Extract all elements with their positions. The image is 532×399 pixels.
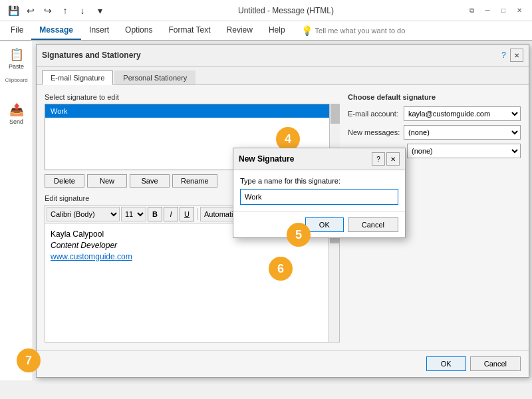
customize-btn[interactable]: ▾ <box>92 3 108 19</box>
clipboard-label: Clipboard <box>5 77 27 83</box>
sig-item-work[interactable]: Work <box>45 104 339 118</box>
tab-message[interactable]: Message <box>31 21 81 40</box>
tab-options[interactable]: Options <box>117 21 160 40</box>
tab-review[interactable]: Review <box>219 21 261 40</box>
send-label: Send <box>9 118 23 125</box>
subdialog-help-btn[interactable]: ? <box>372 152 385 166</box>
window-controls: ⧉ ─ □ ✕ <box>464 3 527 18</box>
callout-6: 6 <box>269 257 293 281</box>
rename-btn[interactable]: Rename <box>172 174 217 188</box>
redo-btn[interactable]: ↪ <box>40 3 56 19</box>
dialog-help-btn[interactable]: ? <box>499 49 509 62</box>
toolbar-separator <box>197 208 198 220</box>
main-cancel-btn[interactable]: Cancel <box>470 356 521 371</box>
restore-window-btn[interactable]: ⧉ <box>464 3 479 18</box>
new-messages-row: New messages: (none) <box>348 125 521 140</box>
subdialog-cancel-btn[interactable]: Cancel <box>348 217 398 232</box>
subdialog-title: New Signature <box>239 154 372 164</box>
new-signature-subdialog: New Signature ? ✕ Type a name for this s… <box>233 148 406 238</box>
callout-5: 5 <box>287 223 311 247</box>
signature-name-input[interactable] <box>240 189 398 205</box>
dialog-close-btn[interactable]: ✕ <box>510 49 523 62</box>
ribbon-search: 💡 <box>296 24 440 37</box>
tab-format-text[interactable]: Format Text <box>160 21 218 40</box>
subdialog-label: Type a name for this signature: <box>240 177 398 185</box>
new-messages-label: New messages: <box>348 128 401 136</box>
sidebar-item-send[interactable]: 📤 Send <box>2 99 31 128</box>
replies-select[interactable]: (none) <box>407 144 521 158</box>
choose-default-label: Choose default signature <box>348 93 521 101</box>
tab-help[interactable]: Help <box>261 21 293 40</box>
subdialog-footer: OK Cancel 5 <box>233 211 405 237</box>
italic-btn[interactable]: I <box>164 207 178 221</box>
sidebar-item-clipboard: 📋 Paste <box>2 44 31 73</box>
underline-btn[interactable]: U <box>180 207 194 221</box>
undo-btn[interactable]: ↩ <box>23 3 39 19</box>
new-btn[interactable]: New <box>87 174 127 188</box>
new-messages-select[interactable]: (none) <box>404 125 521 140</box>
dialog-title-controls: ? ✕ <box>499 49 523 62</box>
send-icon: 📤 <box>9 102 24 117</box>
save-qa-btn[interactable]: 💾 <box>5 3 21 19</box>
select-signature-label: Select signature to edit <box>45 93 340 101</box>
up-btn[interactable]: ↑ <box>57 3 73 19</box>
lightbulb-icon: 💡 <box>301 25 313 36</box>
sidebar: 📋 Paste Clipboard 📤 Send <box>0 41 33 380</box>
main-content: 📋 Paste Clipboard 📤 Send Signatures and … <box>0 41 532 380</box>
tab-personal-stationery[interactable]: Personal Stationery <box>114 70 196 84</box>
font-size-select[interactable]: 11 <box>121 207 146 221</box>
workspace: Signatures and Stationery ? ✕ E-mail Sig… <box>33 41 532 380</box>
save-btn[interactable]: Save <box>130 174 170 188</box>
title-bar: 💾 ↩ ↪ ↑ ↓ ▾ Untitled - Message (HTML) ⧉ … <box>0 0 532 21</box>
bold-btn[interactable]: B <box>148 207 162 221</box>
dialog-tabs: E-mail Signature Personal Stationery <box>37 66 529 85</box>
main-ok-btn[interactable]: OK <box>426 356 466 371</box>
subdialog-close-btn[interactable]: ✕ <box>386 152 400 166</box>
edit-area-scrollbar[interactable] <box>329 223 339 342</box>
tab-insert[interactable]: Insert <box>81 21 117 40</box>
down-btn[interactable]: ↓ <box>74 3 90 19</box>
window-title: Untitled - Message (HTML) <box>108 6 464 15</box>
dialog-title: Signatures and Stationery <box>42 51 499 60</box>
font-select[interactable]: Calibri (Body) <box>47 207 120 221</box>
ribbon: File Message Insert Options Format Text … <box>0 21 532 41</box>
maximize-window-btn[interactable]: □ <box>496 3 511 18</box>
subdialog-title-controls: ? ✕ <box>372 152 400 166</box>
paste-icon: 📋 <box>9 47 24 62</box>
callout-7: 7 <box>17 348 41 372</box>
dialog-title-bar: Signatures and Stationery ? ✕ <box>37 45 529 66</box>
paste-label: Paste <box>9 63 24 70</box>
email-account-select[interactable]: kayla@customguide.com <box>404 106 521 121</box>
sig-link: www.customguide.com <box>51 251 334 263</box>
delete-btn[interactable]: Delete <box>45 174 84 188</box>
search-input[interactable] <box>315 27 435 35</box>
subdialog-title-bar: New Signature ? ✕ <box>233 148 405 170</box>
minimize-window-btn[interactable]: ─ <box>480 3 495 18</box>
tab-file[interactable]: File <box>3 21 31 40</box>
ribbon-tabs: File Message Insert Options Format Text … <box>0 21 296 40</box>
close-window-btn[interactable]: ✕ <box>512 3 527 18</box>
subdialog-ok-btn[interactable]: OK <box>305 217 344 232</box>
email-account-label: E-mail account: <box>348 110 401 118</box>
tab-email-signature[interactable]: E-mail Signature <box>42 70 113 85</box>
email-account-row: E-mail account: kayla@customguide.com <box>348 106 521 121</box>
subdialog-body: Type a name for this signature: <box>233 170 405 211</box>
sig-list-scrollbar-thumb <box>331 104 340 124</box>
dialog-footer: 7 OK Cancel <box>37 350 529 376</box>
quick-access-toolbar: 💾 ↩ ↪ ↑ ↓ ▾ <box>5 3 108 19</box>
